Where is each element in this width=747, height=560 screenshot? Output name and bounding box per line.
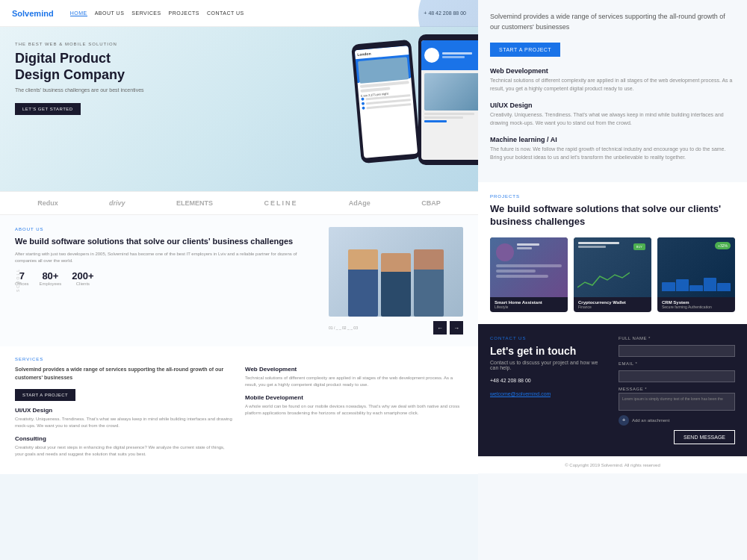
nav-link-projects[interactable]: PROJECTS (169, 10, 199, 16)
screen-bars (496, 264, 562, 280)
attach-row: + Add an attachment (619, 415, 735, 426)
project-card-2: BUY Cryptocurrency Wallet Finance (574, 237, 651, 312)
services-left: Solvemind provides a wide range of servi… (15, 366, 233, 464)
service-consulting-text: Creativity about your next steps in enha… (15, 444, 233, 458)
person-3 (414, 249, 444, 317)
service-ux-text: Creativity. Uniqueness. Trendiness. That… (15, 416, 233, 429)
bar3 (424, 120, 447, 122)
project-card-1: Smart Home Assistant Lifestyle (490, 237, 568, 312)
right-contact: CONTACT US Let's get in touch Contact us… (478, 324, 747, 456)
right-services-intro: Solvemind provides a wide range of servi… (490, 12, 735, 32)
attach-label: Add an attachment (632, 418, 669, 423)
user-bar2 (517, 247, 532, 249)
contact-phone: +48 42 208 88 00 (490, 378, 607, 383)
project-card-info-1: Smart Home Assistant Lifestyle (490, 297, 568, 312)
screen-green-btn: BUY (633, 243, 645, 250)
screen-user (517, 243, 539, 249)
nav-link-about[interactable]: ABOUT US (95, 10, 125, 16)
projects-title: We build software solutions that solve o… (490, 203, 735, 228)
info-bar-sm (442, 56, 465, 58)
brand-elements: ELEMENTS (176, 199, 213, 207)
phone-avatar (424, 48, 439, 63)
stat-employees-label: Employees (40, 281, 62, 286)
info-bar (442, 52, 472, 55)
prev-arrow[interactable]: ← (433, 321, 447, 335)
phone-top-bar (421, 40, 478, 70)
phone-screen-back: London £ am 2,271 per night (355, 46, 418, 158)
service-mobile-text: A whole world can be found on our mobile… (245, 403, 463, 417)
dot (362, 102, 365, 105)
services-intro: Solvemind provides a wide range of servi… (15, 366, 233, 382)
hero-cta-button[interactable]: LET'S GET STARTED (15, 103, 81, 115)
email-field-container: EMAIL * (619, 361, 735, 382)
phone-main-img (424, 73, 478, 111)
bar2 (424, 116, 463, 119)
project-cards: Smart Home Assistant Lifestyle BUY (490, 237, 735, 312)
crypto-chart (577, 269, 630, 291)
contact-title: Let's get in touch (490, 345, 607, 357)
copyright: © Copyright 2019 Solvemind. All rights r… (565, 463, 660, 467)
message-field-container: MESSAGE * Lorem ipsum is simply dummy te… (619, 387, 735, 411)
bar1 (424, 113, 474, 115)
bar (704, 278, 717, 291)
contact-email: welcome@solvemind.com (490, 391, 551, 397)
phone-mockups: London £ am 2,271 per night (356, 34, 478, 165)
brand-celine: CELINE (264, 199, 297, 207)
bar (496, 275, 548, 278)
team-photo (329, 227, 463, 317)
project-card-3: +32% CRM System Secure farming Authentic… (657, 237, 735, 312)
full-name-input[interactable] (619, 345, 735, 357)
team-people (348, 249, 444, 317)
nav-link-contact[interactable]: CONTACT US (207, 10, 244, 16)
brand-drivy: drivy (109, 199, 125, 207)
service-consulting-title: Consulting (15, 435, 233, 442)
right-start-project-btn[interactable]: START A PROJECT (490, 43, 560, 57)
stat-clients-number: 200+ (72, 270, 93, 281)
service-mobile-title: Mobile Development (245, 394, 463, 401)
services-cta[interactable]: START A PROJECT (15, 389, 75, 401)
about-right: 01 / _ _ 02 _ _ 03 ← → (329, 227, 463, 335)
logo[interactable]: Solvemind (12, 9, 54, 18)
stat-clients: 200+ Clients (72, 270, 93, 286)
bar (717, 283, 731, 291)
service-mobile: Mobile Development A whole world can be … (245, 394, 463, 417)
logo-part1: Solve (12, 9, 34, 18)
full-name-label: FULL NAME * (619, 336, 735, 340)
nav-link-home[interactable]: HOME (70, 10, 87, 16)
full-name-field: FULL NAME * (619, 336, 735, 357)
services-right: Web Development Technical solutions of d… (245, 366, 463, 464)
c-bar2 (578, 246, 606, 248)
photo-nav: 01 / _ _ 02 _ _ 03 ← → (329, 321, 463, 335)
services-section: SERVICES Solvemind provides a wide range… (0, 346, 478, 474)
service-web-title: Web Development (245, 366, 463, 373)
stat-clients-label: Clients (72, 281, 93, 286)
left-panel: SCROLL Solvemind HOME ABOUT US SERVICES … (0, 0, 478, 560)
bar (496, 270, 536, 273)
about-text: After starting with just two developers … (15, 251, 317, 264)
email-label: EMAIL * (619, 361, 735, 366)
user-bar1 (517, 243, 539, 246)
nav-link-services[interactable]: SERVICES (131, 10, 161, 16)
right-service-web: Web Development Technical solutions of d… (490, 67, 735, 93)
screen-avatar (496, 243, 514, 261)
project-card-sub-1: Lifestyle (495, 305, 563, 309)
services-tag: SERVICES (15, 357, 463, 361)
navbar: Solvemind HOME ABOUT US SERVICES PROJECT… (0, 0, 478, 27)
photo-counter: 01 / _ _ 02 _ _ 03 (329, 326, 358, 330)
email-input[interactable] (619, 370, 735, 382)
brands-row: Redux drivy ELEMENTS CELINE AdAge CBAP (0, 191, 478, 215)
service-web: Web Development Technical solutions of d… (245, 366, 463, 388)
next-arrow[interactable]: → (450, 321, 463, 335)
contact-form-container: FULL NAME * EMAIL * MESSAGE * Lorem ipsu… (619, 336, 735, 444)
dot (361, 98, 364, 101)
send-button[interactable]: SEND MESSAGE (674, 430, 735, 444)
about-section: ABOUT US We build software solutions tha… (0, 215, 478, 346)
attach-icon[interactable]: + (619, 415, 629, 426)
nav-arrows: ← → (433, 321, 463, 335)
right-footer: © Copyright 2019 Solvemind. All rights r… (478, 456, 747, 473)
bar (689, 285, 703, 291)
right-services: Solvemind provides a wide range of servi… (478, 0, 747, 182)
brand-redux: Redux (37, 199, 58, 207)
dot (362, 106, 365, 109)
crm-graph (660, 276, 732, 291)
